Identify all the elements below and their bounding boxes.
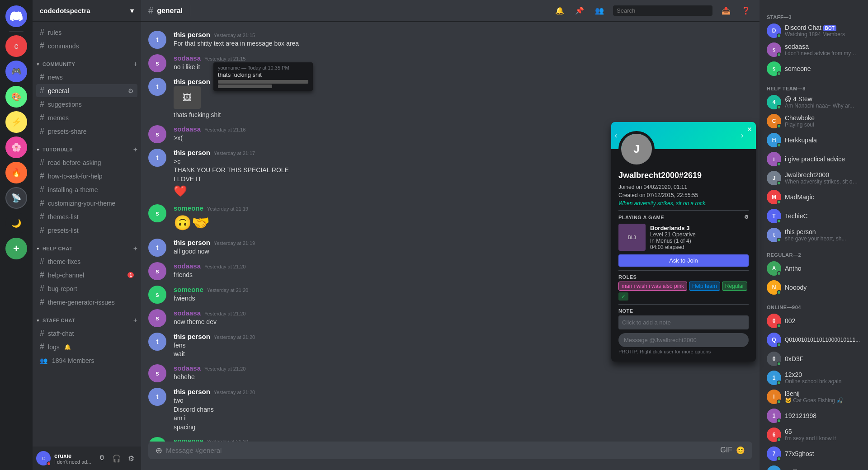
channel-item-members[interactable]: 👥 1894 Members [36,355,137,366]
member-item-0xd3f[interactable]: 0 0xD3F [763,350,864,368]
thread-icon[interactable]: 🔔 [553,5,566,17]
channel-item-theme-fixes[interactable]: # theme-fixes [36,255,137,268]
member-item-antho[interactable]: A Antho [763,259,864,277]
member-item-77x5ghost[interactable]: 7 77x5ghost [763,445,864,463]
message-author[interactable]: sodaasa [174,309,201,317]
server-icon-3[interactable]: 🎨 [5,86,27,108]
server-icon-5[interactable]: 🌸 [5,136,27,158]
add-channel-tutorials[interactable]: + [133,146,137,154]
server-icon-6[interactable]: 🔥 [5,162,27,183]
member-item-sodaasa[interactable]: s sodaasa i don't need advice from my do… [763,41,864,59]
channel-item-customizing[interactable]: # customizing-your-theme [36,197,137,210]
member-item-4stew[interactable]: 4 @ 4 Stew Am Nanachi naaa~ Why ar... [763,93,864,111]
avatar[interactable]: t [148,149,166,167]
avatar[interactable]: s [148,54,166,72]
server-icon-7[interactable]: 📡 [5,187,27,209]
add-file-icon[interactable]: ⊕ [156,446,162,456]
ask-to-join-button[interactable]: Ask to Join [618,254,749,267]
message-author[interactable]: someone [174,286,203,293]
avatar[interactable]: t [148,333,166,351]
profile-note[interactable]: Click to add a note [618,315,749,329]
message-image[interactable]: 🖼 [174,86,201,109]
avatar[interactable]: s [148,286,166,304]
category-help-chat[interactable]: ▼ HELP CHAT + [33,237,141,254]
profile-close-btn[interactable]: ✕ [747,126,752,133]
message-author[interactable]: sodaasa [174,125,201,133]
avatar[interactable]: s [148,364,166,382]
channel-item-commands[interactable]: # commands [36,39,137,52]
message-author[interactable]: this person [174,31,210,38]
avatar[interactable]: t [148,388,166,406]
channel-item-suggestions[interactable]: # suggestions [36,98,137,111]
channel-item-logs[interactable]: # logs 🔔 [36,340,137,353]
message-input[interactable] [166,442,717,459]
profile-prev-arrow[interactable]: ‹ [615,132,617,140]
member-item-someone[interactable]: s someone [763,60,864,78]
channel-item-how-to-ask[interactable]: # how-to-ask-for-help [36,169,137,183]
channel-settings-icon[interactable]: ⚙ [128,87,134,94]
add-channel-staff[interactable]: + [133,316,137,324]
member-item-65[interactable]: 6 65 i'm sexy and i know it [763,426,864,444]
avatar[interactable]: s [148,309,166,327]
category-staff-chat[interactable]: ▼ STAFF CHAT + [33,309,141,326]
member-item-002[interactable]: 0 002 [763,312,864,330]
channel-item-installing[interactable]: # installing-a-theme [36,183,137,196]
avatar[interactable]: t [148,239,166,257]
message-author[interactable]: this person [174,333,210,340]
pin-icon[interactable]: 📌 [573,5,586,17]
member-item-l3enij[interactable]: l l3enij 🐱 Cat Goes Fishing 🎣 [763,388,864,406]
member-item-give-practical[interactable]: i i give practical advice [763,150,864,168]
category-community[interactable]: ▼ COMMUNITY + [33,53,141,70]
member-item-q0100[interactable]: Q Q0100101011011000010111... [763,331,864,349]
gif-icon[interactable]: GIF [720,446,732,455]
channel-item-general[interactable]: # general ⚙ [36,84,137,97]
server-name-bar[interactable]: codedotspectra ▾ [33,0,141,22]
member-item-techiec[interactable]: T TechieC [763,207,864,225]
server-icon-9[interactable]: + [5,238,27,259]
member-item-this-person[interactable]: t this person she gave your heart, sh... [763,226,864,244]
deafen-button[interactable]: 🎧 [110,452,123,465]
channel-item-presets-list[interactable]: # presets-list [36,224,137,237]
avatar[interactable]: s [148,437,166,442]
playing-settings-icon[interactable]: ⚙ [744,214,749,220]
member-item-192121998[interactable]: 1 192121998 [763,407,864,425]
channel-item-staff-chat[interactable]: # staff-chat [36,327,137,340]
profile-next-arrow[interactable]: › [741,132,743,140]
message-author[interactable]: sodaasa [174,262,201,270]
avatar[interactable]: s [148,125,166,143]
server-icon-1[interactable]: c [5,35,27,57]
member-item-12x20[interactable]: 1 12x20 Online school brk again [763,369,864,387]
member-item-discord-chat[interactable]: D Discord Chat BOT Watching 1894 Members [763,22,864,40]
member-item-chewboke[interactable]: C Chewboke Playing soul [763,112,864,130]
message-author[interactable]: this person [174,78,210,85]
channel-item-rules[interactable]: # rules [36,26,137,39]
member-item-nooody[interactable]: N Nooody [763,278,864,296]
category-tutorials[interactable]: ▼ TUTORIALS + [33,138,141,155]
channel-item-bug-report[interactable]: # bug-report [36,282,137,295]
settings-button[interactable]: ⚙ [125,452,137,465]
profile-avatar[interactable]: J [618,131,655,167]
member-item-herkkupala[interactable]: H Herkkupala [763,131,864,149]
message-author[interactable]: this person [174,239,210,246]
message-author[interactable]: this person [174,388,210,395]
message-author[interactable]: sodaasa [174,364,201,372]
add-channel-community[interactable]: + [133,60,137,68]
profile-message-input[interactable]: Message @Jwalbrecht2000 [618,333,749,347]
message-author[interactable]: this person [174,149,210,156]
avatar[interactable]: s [148,204,166,222]
discord-icon[interactable] [5,5,27,27]
channel-item-theme-gen[interactable]: # theme-generator-issues [36,296,137,309]
server-icon-4[interactable]: ⚡ [5,111,27,133]
channel-item-themes-list[interactable]: # themes-list [36,210,137,223]
channel-item-read-before[interactable]: # read-before-asking [36,156,137,169]
server-icon-8[interactable]: 🌙 [5,212,27,234]
members-icon[interactable]: 👥 [593,5,606,17]
member-item-madmagic[interactable]: M MadMagic [763,188,864,206]
server-icon-2[interactable]: 🎮 [5,61,27,82]
avatar[interactable]: t [148,31,166,49]
avatar[interactable]: t [148,78,166,96]
add-channel-help[interactable]: + [133,244,137,253]
message-author[interactable]: someone [174,437,203,442]
inbox-icon[interactable]: 📥 [720,5,732,17]
help-icon[interactable]: ❓ [740,5,752,17]
